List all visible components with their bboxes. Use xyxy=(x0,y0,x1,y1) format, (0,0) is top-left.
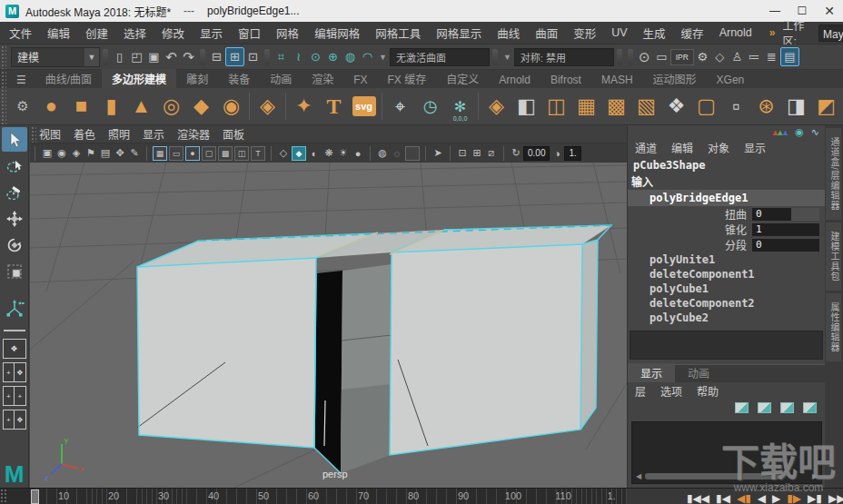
shelf-tab-xgen[interactable]: XGen xyxy=(707,72,755,88)
menu-select[interactable]: 选择 xyxy=(124,25,146,42)
attribute-editor-icon[interactable] xyxy=(763,48,780,65)
poly-type-icon[interactable] xyxy=(319,90,349,123)
menu-overflow-indicator[interactable]: » xyxy=(769,26,776,39)
camera-lock-icon[interactable]: ◈ xyxy=(69,146,84,161)
menu-edit-mesh[interactable]: 编辑网格 xyxy=(314,25,360,42)
poly-plane-icon[interactable] xyxy=(186,90,216,123)
attr-value-twist[interactable]: 0 xyxy=(752,208,819,221)
menu-mesh[interactable]: 网格 xyxy=(276,25,299,42)
panel-menu-lighting[interactable]: 照明 xyxy=(108,126,130,142)
move-tool[interactable] xyxy=(2,206,27,231)
step-forward-frame-icon[interactable]: ▶▮ xyxy=(808,493,822,504)
step-forward-key-icon[interactable]: ▮▶ xyxy=(787,493,801,504)
shelf-tab-poly-modeling[interactable]: 多边形建模 xyxy=(102,69,176,88)
isolate-select-icon[interactable]: ➤ xyxy=(431,146,445,161)
shelf-tab-custom[interactable]: 自定义 xyxy=(436,69,489,88)
new-empty-layer-icon[interactable] xyxy=(780,402,794,413)
new-layer-from-selected-icon[interactable] xyxy=(803,402,817,413)
camera-icon[interactable]: ▣ xyxy=(40,146,55,161)
menu-windows[interactable]: 窗口 xyxy=(238,25,261,42)
single-pane-layout-button[interactable]: ❖ xyxy=(3,339,26,359)
group-collapser[interactable] xyxy=(492,49,498,65)
menu-modify[interactable]: 修改 xyxy=(162,25,184,42)
safe-action-icon[interactable]: ◫ xyxy=(234,146,249,161)
menu-cache[interactable]: 缓存 xyxy=(681,25,704,42)
group-collapser[interactable] xyxy=(617,49,622,65)
render-settings-icon[interactable] xyxy=(694,48,711,65)
lasso-select-tool[interactable] xyxy=(2,153,27,178)
workspace-dropdown[interactable]: Maya 经典 ▼ xyxy=(818,25,843,42)
panel-menu-panels[interactable]: 面板 xyxy=(223,126,244,142)
symmetry-field[interactable]: 对称: 禁用 xyxy=(514,48,614,66)
poly-svg-icon[interactable]: svg xyxy=(349,90,379,123)
attr-value-taper[interactable]: 1 xyxy=(752,223,819,236)
active-surface-field[interactable]: 无激活曲面 xyxy=(390,48,490,66)
lighting-icon[interactable]: ☀ xyxy=(336,146,351,161)
smooth-icon[interactable] xyxy=(661,90,691,123)
universal-manipulator-tool[interactable] xyxy=(2,296,27,321)
bookmark-icon[interactable]: ⚑ xyxy=(84,146,98,161)
shelf-tab-fx-caching[interactable]: FX 缓存 xyxy=(378,69,437,88)
reset-clock-icon[interactable] xyxy=(415,90,445,123)
render-view-icon[interactable] xyxy=(636,48,653,65)
film-gate-icon[interactable]: ▭ xyxy=(169,146,183,161)
snap-to-point-icon[interactable] xyxy=(307,48,324,65)
snapshot-icon[interactable]: ⧄ xyxy=(484,146,499,161)
shelf-icons-grip-handle[interactable] xyxy=(0,88,6,124)
grease-pencil-icon[interactable]: ✎ xyxy=(127,146,142,161)
shelf-tab-bifrost[interactable]: Bifrost xyxy=(541,72,591,88)
shelf-tab-rendering[interactable]: 渲染 xyxy=(302,69,343,88)
frame-selection-icon[interactable]: ⊡ xyxy=(455,146,470,161)
pane-plus-persp-layout-button[interactable]: +❖ xyxy=(3,362,26,382)
gate-mask-icon[interactable]: ▢ xyxy=(202,146,216,161)
grid-toggle-icon[interactable]: ▦ xyxy=(153,146,167,161)
shelf-tab-rigging[interactable]: 装备 xyxy=(218,69,260,88)
tool-settings-icon[interactable] xyxy=(746,48,763,65)
tab-attribute-editor[interactable]: 属性编辑器 xyxy=(826,293,841,361)
attr-value-divisions[interactable]: 0 xyxy=(752,239,819,252)
panel-grip-handle[interactable] xyxy=(30,125,36,143)
exposure-field[interactable]: 0.00 xyxy=(523,146,550,161)
history-node[interactable]: polyCube2 xyxy=(628,311,825,325)
super-shape-icon[interactable] xyxy=(289,90,319,123)
menu-display[interactable]: 显示 xyxy=(200,25,223,42)
panel-menu-show[interactable]: 显示 xyxy=(143,126,164,142)
make-live-icon[interactable] xyxy=(359,48,376,65)
menu-edit[interactable]: 编辑 xyxy=(47,25,70,42)
scene-svg[interactable]: y x z persp xyxy=(30,163,627,488)
snap-to-grid-icon[interactable] xyxy=(273,48,290,65)
time-slider[interactable]: 10 20 30 40 50 60 70 80 90 100 110 1. xyxy=(0,488,627,504)
poly-cube-icon[interactable] xyxy=(66,90,96,123)
fill-hole-icon[interactable] xyxy=(571,90,601,123)
move-layer-down-icon[interactable] xyxy=(758,402,771,413)
gamma-icon[interactable]: ◑ xyxy=(550,146,564,161)
new-scene-icon[interactable] xyxy=(111,48,128,65)
tab-channel-box-layer-editor[interactable]: 通道盒/层编辑器 xyxy=(826,128,841,220)
combine-icon[interactable] xyxy=(481,90,511,123)
menu-surfaces[interactable]: 曲面 xyxy=(535,25,558,42)
redo-icon[interactable] xyxy=(180,48,197,65)
scroll-right-icon[interactable]: ▶ xyxy=(810,472,819,480)
go-to-start-icon[interactable]: ▮◀◀ xyxy=(687,493,709,504)
shelf-tab-arnold[interactable]: Arnold xyxy=(489,72,541,88)
undo-icon[interactable] xyxy=(163,48,180,65)
menu-arnold[interactable]: Arnold xyxy=(719,26,752,39)
persp-outliner-layout-button[interactable]: +❖ xyxy=(3,410,26,430)
menu-mesh-display[interactable]: 网格显示 xyxy=(436,25,481,42)
hypershade-icon[interactable] xyxy=(711,48,729,65)
render-current-frame-icon[interactable] xyxy=(653,48,670,65)
panel-menu-renderer[interactable]: 渲染器 xyxy=(177,126,210,142)
poly-platonic-icon[interactable] xyxy=(253,90,283,123)
screen-space-ao-icon[interactable]: ◍ xyxy=(375,146,390,161)
image-plane-icon[interactable]: ▤ xyxy=(98,146,113,161)
current-time-indicator[interactable] xyxy=(31,489,39,504)
group-collapser[interactable] xyxy=(200,49,205,65)
horizontal-scrollbar[interactable]: ◀ ▶ xyxy=(634,471,819,481)
marquee-icon[interactable] xyxy=(721,90,751,123)
snap-to-view-plane-icon[interactable] xyxy=(342,48,359,65)
booleans-icon[interactable] xyxy=(781,90,811,123)
go-to-end-icon[interactable]: ▶▶▮ xyxy=(828,493,843,504)
history-node[interactable]: polyUnite1 xyxy=(628,252,825,267)
channel-box-icon[interactable] xyxy=(780,47,799,66)
menu-generate[interactable]: 生成 xyxy=(643,25,666,42)
